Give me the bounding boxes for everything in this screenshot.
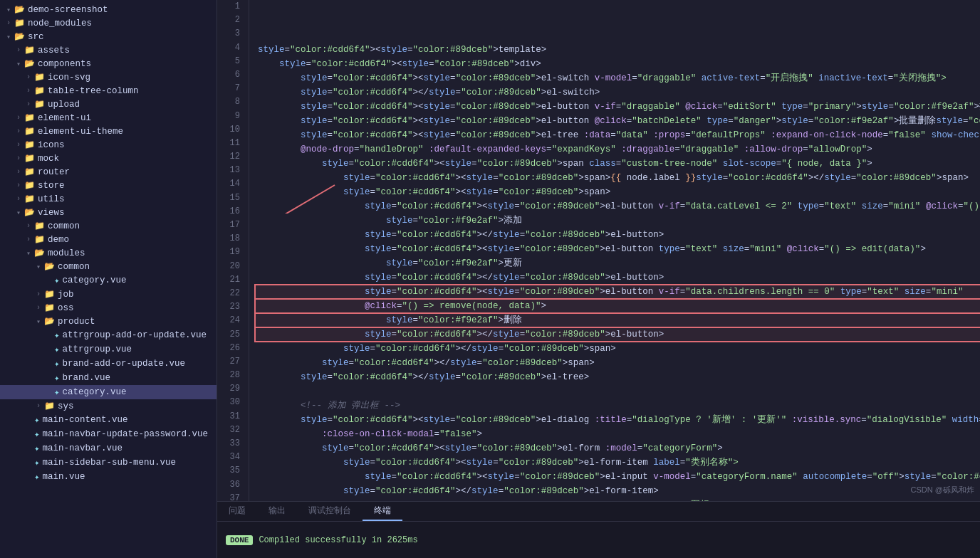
sidebar-item-label: common	[58, 262, 90, 272]
line-number: 3	[223, 27, 243, 41]
sidebar-item-components[interactable]: ▾📂components	[0, 57, 217, 70]
sidebar-item-views[interactable]: ▾📂views	[0, 206, 217, 219]
folder-icon: 📁	[34, 99, 45, 110]
code-line: <!-- 添加 弹出框 -->	[255, 399, 980, 413]
sidebar-item-label: modules	[48, 248, 85, 258]
tree-arrow-icon: ›	[3, 19, 14, 27]
line-number: 16	[223, 205, 243, 219]
vue-file-icon: ✦	[34, 414, 40, 426]
folder-icon: 📂	[14, 31, 25, 42]
bottom-tab-终端[interactable]: 终端	[363, 502, 402, 521]
sidebar-item-src[interactable]: ▾📂src	[0, 30, 217, 43]
tree-arrow-icon: ▾	[13, 209, 24, 217]
sidebar-item-common2[interactable]: ▾📂common	[0, 260, 217, 273]
code-line: style="color:#cdd6f4"><style="color:#89d…	[255, 157, 980, 171]
sidebar-item-label: brand-add-or-update.vue	[63, 359, 186, 369]
sidebar-item-label: main-content.vue	[43, 415, 128, 425]
done-badge: DONE	[226, 535, 253, 545]
vue-file-icon: ✦	[34, 428, 40, 440]
sidebar-item-category.vue2[interactable]: ✦category.vue	[0, 385, 217, 399]
sidebar-item-label: icon-svg	[48, 73, 90, 83]
folder-icon: 📁	[24, 140, 35, 150]
sidebar-item-brand-add-or-update.vue[interactable]: ✦brand-add-or-update.vue	[0, 357, 217, 371]
sidebar-item-table-tree-column[interactable]: ›📁table-tree-column	[0, 84, 217, 98]
file-explorer: ▾📂demo-screenshot›📁node_modules▾📂src›📁as…	[0, 0, 217, 558]
bottom-tabs: 问题输出调试控制台终端	[217, 502, 980, 522]
folder-icon: 📂	[44, 261, 55, 272]
vue-file-icon: ✦	[54, 386, 60, 398]
tree-arrow-icon: ›	[23, 222, 34, 230]
code-line: style="color:#f9e2af">添加	[255, 214, 980, 228]
line-number: 11	[223, 137, 243, 150]
sidebar-item-router[interactable]: ›📁router	[0, 165, 217, 179]
code-content[interactable]: 1234567891011121314151617181920212223242…	[217, 0, 980, 501]
line-number: 1	[223, 0, 243, 14]
sidebar-item-upload[interactable]: ›📁upload	[0, 98, 217, 111]
code-line: style="color:#cdd6f4"><style="color:#89d…	[255, 43, 980, 57]
sidebar-item-icon-svg[interactable]: ›📁icon-svg	[0, 70, 217, 84]
sidebar-item-job[interactable]: ›📁job	[0, 288, 217, 301]
sidebar-item-modules[interactable]: ▾📂modules	[0, 246, 217, 260]
sidebar-item-label: attrgroup-add-or-update.vue	[63, 330, 207, 340]
folder-icon: 📁	[44, 289, 55, 300]
sidebar-item-assets[interactable]: ›📁assets	[0, 43, 217, 57]
watermark: CSDN @砾风和炸	[911, 485, 974, 495]
sidebar-item-utils[interactable]: ›📁utils	[0, 192, 217, 206]
sidebar-item-element-ui[interactable]: ›📁element-ui	[0, 111, 217, 125]
sidebar-item-label: demo	[48, 235, 69, 245]
sidebar-item-element-ui-theme[interactable]: ›📁element-ui-theme	[0, 125, 217, 138]
sidebar-item-brand.vue[interactable]: ✦brand.vue	[0, 371, 217, 385]
tree-arrow-icon: ▾	[3, 6, 14, 14]
sidebar-item-label: attrgroup.vue	[63, 344, 132, 354]
code-line: style="color:#cdd6f4"><style="color:#89d…	[255, 128, 980, 142]
sidebar-item-sys[interactable]: ›📁sys	[0, 399, 217, 413]
bottom-tab-问题[interactable]: 问题	[217, 502, 257, 521]
folder-icon: 📁	[24, 167, 35, 177]
sidebar-item-main-navbar.vue[interactable]: ✦main-navbar.vue	[0, 441, 217, 456]
sidebar-item-label: router	[38, 167, 70, 177]
code-line: style="color:#cdd6f4"><style="color:#89d…	[255, 114, 980, 128]
folder-icon: 📁	[24, 153, 35, 164]
code-line: style="color:#cdd6f4"><style="color:#89d…	[255, 57, 980, 71]
line-number: 9	[223, 110, 243, 123]
line-number: 36	[223, 478, 243, 492]
bottom-tab-输出[interactable]: 输出	[257, 502, 297, 521]
line-number: 21	[223, 273, 243, 287]
sidebar-item-attrgroup-add-or-update.vue[interactable]: ✦attrgroup-add-or-update.vue	[0, 328, 217, 342]
sidebar-item-label: components	[38, 59, 91, 69]
bottom-tab-调试控制台[interactable]: 调试控制台	[297, 502, 363, 521]
sidebar-item-store[interactable]: ›📁store	[0, 179, 217, 192]
tree-arrow-icon: ›	[23, 73, 34, 81]
folder-icon: 📁	[24, 45, 35, 56]
sidebar-item-demo[interactable]: ›📁demo	[0, 233, 217, 246]
tree-arrow-icon: ›	[13, 46, 24, 54]
sidebar-item-oss[interactable]: ›📁oss	[0, 301, 217, 315]
sidebar-item-attrgroup.vue[interactable]: ✦attrgroup.vue	[0, 342, 217, 357]
tree-arrow-icon: ▾	[13, 60, 24, 68]
line-number: 18	[223, 232, 243, 246]
sidebar-item-product[interactable]: ▾📂product	[0, 315, 217, 328]
sidebar-item-node_modules[interactable]: ›📁node_modules	[0, 16, 217, 30]
bottom-panel: 问题输出调试控制台终端 DONE Compiled successfully i…	[217, 501, 980, 558]
sidebar-item-main-content.vue[interactable]: ✦main-content.vue	[0, 413, 217, 427]
sidebar-item-main.vue[interactable]: ✦main.vue	[0, 470, 217, 484]
sidebar-item-icons[interactable]: ›📁icons	[0, 138, 217, 152]
sidebar-item-mock[interactable]: ›📁mock	[0, 152, 217, 165]
code-line: style="color:#cdd6f4"><style="color:#89d…	[255, 199, 980, 214]
folder-icon: 📂	[24, 58, 35, 69]
sidebar-item-category.vue[interactable]: ✦category.vue	[0, 273, 217, 288]
line-number: 24	[223, 314, 243, 327]
code-line: style="color:#cdd6f4"><style="color:#89d…	[255, 71, 980, 85]
sidebar-item-label: element-ui-theme	[38, 127, 123, 137]
tree-arrow-icon: ›	[33, 304, 44, 312]
folder-icon: 📁	[24, 180, 35, 191]
sidebar-item-label: element-ui	[38, 113, 91, 123]
sidebar-item-main-navbar-update-password.vue[interactable]: ✦main-navbar-update-password.vue	[0, 427, 217, 441]
line-number: 8	[223, 95, 243, 109]
sidebar-item-common[interactable]: ›📁common	[0, 219, 217, 233]
sidebar-item-demo-screenshot[interactable]: ▾📂demo-screenshot	[0, 3, 217, 16]
vue-file-icon: ✦	[54, 330, 60, 341]
sidebar-item-main-sidebar-sub-menu.vue[interactable]: ✦main-sidebar-sub-menu.vue	[0, 456, 217, 470]
code-line: style="color:#cdd6f4"><style="color:#89d…	[255, 470, 980, 484]
sidebar-item-label: assets	[38, 46, 70, 56]
